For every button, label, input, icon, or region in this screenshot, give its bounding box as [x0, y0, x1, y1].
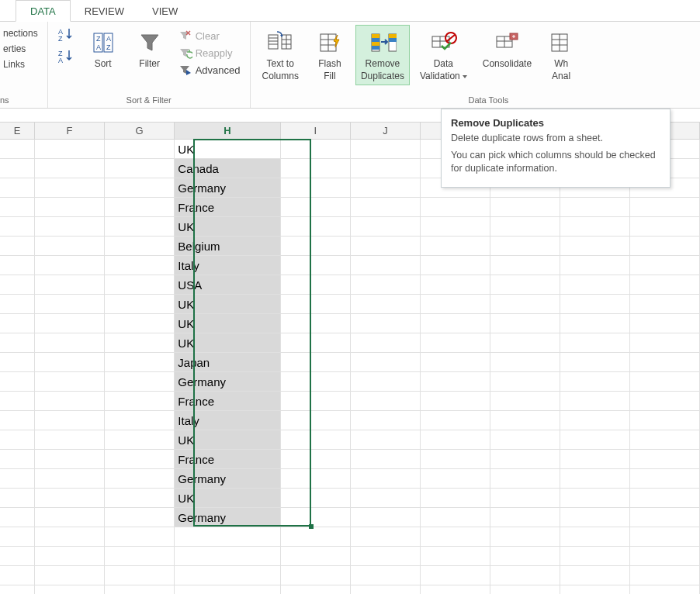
cell[interactable] [490, 547, 560, 566]
cell[interactable] [630, 527, 700, 547]
cell[interactable] [35, 237, 105, 256]
cell[interactable] [630, 353, 700, 372]
cell[interactable] [0, 140, 35, 159]
cell[interactable] [35, 585, 105, 594]
cell[interactable] [35, 275, 105, 295]
cell[interactable] [351, 585, 421, 594]
cell[interactable]: France [175, 198, 281, 217]
column-header-E[interactable]: E [0, 123, 35, 139]
cell[interactable]: UK [175, 140, 281, 159]
cell[interactable] [35, 198, 105, 217]
cell[interactable] [0, 469, 35, 489]
cell[interactable] [35, 411, 105, 430]
cell[interactable] [560, 372, 630, 392]
cell[interactable] [351, 430, 421, 450]
cell[interactable] [421, 392, 490, 411]
cell[interactable] [421, 547, 490, 566]
cell[interactable] [105, 275, 175, 295]
cell[interactable] [105, 489, 175, 508]
cell[interactable] [35, 372, 105, 392]
cell[interactable] [105, 547, 175, 566]
cell[interactable] [281, 566, 351, 585]
cell[interactable] [421, 411, 490, 430]
cell[interactable] [35, 489, 105, 508]
cell[interactable] [560, 237, 630, 256]
cell[interactable] [630, 372, 700, 392]
cell[interactable] [421, 372, 490, 392]
cell[interactable] [351, 372, 421, 392]
flash-fill-button[interactable]: Flash Fill [309, 25, 351, 85]
cell[interactable] [490, 237, 560, 256]
cell[interactable] [35, 140, 105, 159]
cell[interactable] [105, 566, 175, 585]
cell[interactable]: Canada [175, 159, 281, 178]
cell[interactable]: France [175, 450, 281, 469]
cell[interactable] [490, 295, 560, 314]
cell[interactable] [351, 450, 421, 469]
cell[interactable]: UK [175, 295, 281, 314]
cell[interactable] [560, 314, 630, 333]
cell[interactable] [105, 159, 175, 178]
cell[interactable] [490, 353, 560, 372]
cell[interactable] [0, 159, 35, 178]
connections-button[interactable]: nections [0, 26, 41, 40]
cell[interactable] [490, 489, 560, 508]
cell[interactable] [351, 275, 421, 295]
text-to-columns-button[interactable]: Text to Columns [257, 25, 304, 85]
cell[interactable] [351, 217, 421, 237]
cell[interactable] [175, 566, 281, 585]
cell[interactable] [630, 547, 700, 566]
remove-duplicates-button[interactable]: Remove Duplicates [355, 25, 410, 85]
cell[interactable] [281, 314, 351, 333]
cell[interactable] [421, 450, 490, 469]
cell[interactable] [630, 489, 700, 508]
cell[interactable] [351, 392, 421, 411]
cell[interactable] [351, 256, 421, 275]
cell[interactable] [421, 508, 490, 527]
cell[interactable] [630, 333, 700, 353]
tab-review[interactable]: REVIEW [71, 1, 138, 21]
cell[interactable] [421, 198, 490, 217]
cell[interactable] [560, 566, 630, 585]
cell[interactable] [351, 527, 421, 547]
cell[interactable] [630, 430, 700, 450]
cell[interactable] [421, 256, 490, 275]
cell[interactable] [560, 333, 630, 353]
cell[interactable] [351, 489, 421, 508]
cell[interactable] [0, 237, 35, 256]
cell[interactable] [421, 217, 490, 237]
cell[interactable] [105, 256, 175, 275]
cell[interactable] [490, 527, 560, 547]
cell[interactable] [105, 450, 175, 469]
column-header-H[interactable]: H [175, 123, 281, 139]
cell[interactable] [0, 275, 35, 295]
cell[interactable] [0, 547, 35, 566]
cell[interactable] [281, 275, 351, 295]
cell[interactable] [351, 140, 421, 159]
cell[interactable] [490, 430, 560, 450]
cell[interactable] [421, 333, 490, 353]
cell[interactable] [35, 178, 105, 198]
cell[interactable] [351, 469, 421, 489]
cell[interactable] [175, 547, 281, 566]
cell[interactable] [105, 314, 175, 333]
cell[interactable] [351, 178, 421, 198]
cell[interactable] [351, 237, 421, 256]
cell[interactable] [281, 256, 351, 275]
cell[interactable] [281, 140, 351, 159]
cell[interactable] [490, 469, 560, 489]
cell[interactable] [0, 585, 35, 594]
cell[interactable] [105, 430, 175, 450]
cell[interactable] [490, 566, 560, 585]
cell[interactable] [490, 275, 560, 295]
cell[interactable] [281, 508, 351, 527]
cell[interactable] [351, 198, 421, 217]
cell[interactable] [281, 333, 351, 353]
cell[interactable] [105, 333, 175, 353]
cell[interactable] [105, 585, 175, 594]
cell[interactable] [630, 508, 700, 527]
cell[interactable] [560, 547, 630, 566]
cell[interactable]: Germany [175, 178, 281, 198]
cell[interactable] [0, 411, 35, 430]
cell[interactable]: Japan [175, 353, 281, 372]
